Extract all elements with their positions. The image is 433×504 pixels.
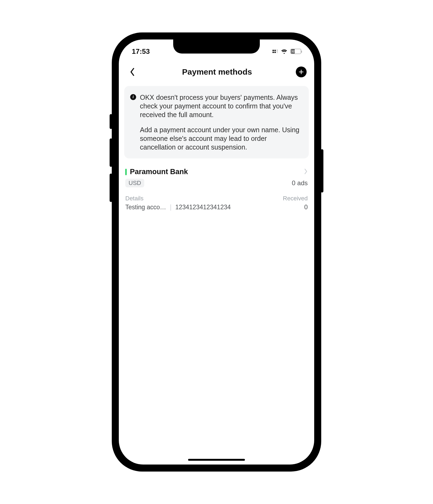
phone-side-button — [110, 174, 112, 202]
status-right: ! 32 — [273, 49, 301, 54]
back-button[interactable] — [126, 66, 138, 78]
add-payment-button[interactable] — [296, 67, 307, 77]
info-text: OKX doesn't process your buyers' payment… — [140, 93, 302, 151]
received-label: Received — [283, 195, 308, 202]
phone-side-button — [110, 138, 112, 167]
payment-method-labels: Details Received — [125, 195, 308, 202]
phone-side-button — [321, 149, 323, 193]
home-indicator[interactable] — [188, 459, 245, 461]
ads-count: 0 ads — [292, 179, 308, 187]
account-number: 1234123412341234 — [175, 204, 231, 211]
phone-side-button — [110, 114, 112, 129]
battery-percent: 32 — [291, 50, 294, 53]
account-name: Testing acco… — [125, 204, 166, 211]
payment-method-meta: USD 0 ads — [125, 179, 308, 187]
plus-icon — [298, 69, 304, 75]
payment-method-values: Testing acco… | 1234123412341234 0 — [125, 204, 308, 211]
accent-indicator — [125, 169, 127, 175]
page-header: Payment methods — [119, 58, 314, 83]
cellular-icon: ! — [273, 49, 278, 54]
payment-method-header[interactable]: Paramount Bank — [125, 168, 308, 176]
stage: 17:53 ! 32 — [0, 0, 433, 504]
phone-frame: 17:53 ! 32 — [112, 33, 321, 471]
wifi-icon — [281, 49, 288, 54]
screen: 17:53 ! 32 — [119, 39, 314, 465]
received-value: 0 — [304, 204, 308, 211]
details-label: Details — [125, 195, 143, 202]
payment-method-item: Paramount Bank USD 0 ads Details Receive… — [119, 158, 314, 211]
divider: | — [170, 204, 172, 211]
currency-chip: USD — [125, 179, 144, 187]
info-paragraph-2: Add a payment account under your own nam… — [140, 125, 302, 151]
info-paragraph-1: OKX doesn't process your buyers' payment… — [140, 93, 302, 119]
battery-icon: 32 — [290, 49, 301, 54]
info-icon: i — [130, 94, 136, 100]
payment-method-name: Paramount Bank — [130, 168, 188, 176]
info-notice: i OKX doesn't process your buyers' payme… — [124, 86, 309, 158]
status-time: 17:53 — [132, 47, 150, 56]
chevron-left-icon — [130, 68, 135, 76]
notch — [173, 39, 260, 54]
page-title: Payment methods — [182, 67, 252, 77]
chevron-right-icon — [304, 168, 308, 175]
